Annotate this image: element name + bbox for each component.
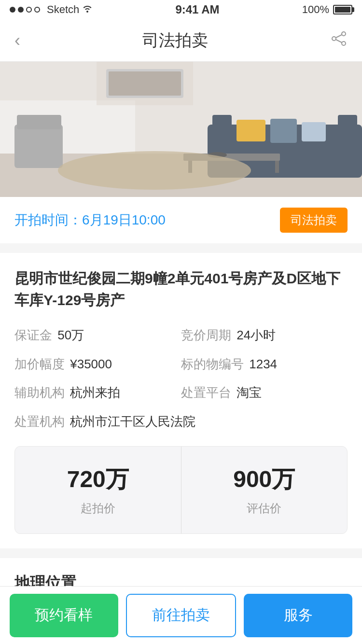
deposit-value: 50万 bbox=[57, 328, 84, 342]
deposit-label: 保证金 bbox=[14, 328, 52, 342]
property-info: 昆明市世纪俊园二期9幢2单元401号房产及D区地下车库Y-129号房产 保证金 … bbox=[0, 253, 362, 548]
auction-time-label: 开拍时间： bbox=[14, 212, 82, 227]
bottom-action-bar: 预约看样 前往拍卖 服务 bbox=[0, 586, 362, 644]
disposal-org-value: 杭州市江干区人民法院 bbox=[70, 414, 195, 429]
signal-dots bbox=[10, 7, 40, 13]
svg-point-20 bbox=[58, 151, 251, 190]
svg-rect-16 bbox=[275, 161, 279, 173]
back-button[interactable]: ‹ bbox=[14, 30, 20, 51]
platform-item: 处置平台 淘宝 bbox=[181, 383, 348, 403]
status-left: Sketch bbox=[10, 3, 93, 16]
bidding-cycle-value: 24小时 bbox=[237, 328, 276, 342]
start-price-label: 起拍价 bbox=[81, 502, 115, 515]
auction-tag: 司法拍卖 bbox=[280, 208, 348, 233]
estimate-price-amount: 900万 bbox=[191, 464, 338, 495]
svg-point-1 bbox=[342, 42, 346, 45]
svg-rect-23 bbox=[109, 71, 181, 96]
svg-rect-10 bbox=[338, 115, 357, 134]
item-no-value: 1234 bbox=[249, 357, 277, 371]
page-title: 司法拍卖 bbox=[142, 29, 208, 52]
svg-rect-12 bbox=[270, 119, 297, 143]
svg-rect-19 bbox=[17, 115, 61, 129]
estimate-price-label: 评估价 bbox=[247, 502, 281, 515]
status-right: 100% bbox=[302, 3, 352, 16]
battery-icon bbox=[333, 5, 352, 14]
nav-bar: ‹ 司法拍卖 bbox=[0, 19, 362, 62]
assist-org-item: 辅助机构 杭州来拍 bbox=[14, 383, 181, 403]
info-grid: 保证金 50万 竞价周期 24小时 加价幅度 ¥35000 标的物编号 1234… bbox=[14, 325, 348, 432]
bidding-cycle-label: 竞价周期 bbox=[181, 328, 231, 342]
platform-value: 淘宝 bbox=[237, 385, 262, 400]
status-time: 9:41 AM bbox=[175, 3, 219, 16]
bidding-cycle-item: 竞价周期 24小时 bbox=[181, 325, 348, 346]
dot2 bbox=[18, 7, 24, 13]
svg-point-0 bbox=[342, 32, 346, 36]
svg-rect-11 bbox=[237, 120, 265, 141]
svg-rect-18 bbox=[14, 125, 63, 168]
svg-rect-9 bbox=[212, 115, 232, 134]
share-button[interactable] bbox=[330, 30, 348, 51]
increment-label: 加价幅度 bbox=[14, 357, 65, 371]
battery-percent: 100% bbox=[302, 3, 329, 16]
auction-time-value: 6月19日10:00 bbox=[82, 212, 166, 227]
start-price-amount: 720万 bbox=[25, 464, 171, 495]
start-price-item: 720万 起拍价 bbox=[15, 447, 181, 533]
assist-org-value: 杭州来拍 bbox=[70, 385, 120, 400]
battery-fill bbox=[335, 7, 350, 13]
carrier-text: Sketch bbox=[47, 3, 79, 16]
dot3 bbox=[26, 7, 32, 13]
price-box: 720万 起拍价 900万 评估价 bbox=[14, 446, 348, 534]
increment-item: 加价幅度 ¥35000 bbox=[14, 354, 181, 375]
dot1 bbox=[10, 7, 15, 13]
status-bar: Sketch 9:41 AM 100% bbox=[0, 0, 362, 19]
svg-point-2 bbox=[332, 37, 336, 41]
svg-line-4 bbox=[336, 40, 342, 42]
disposal-org-label: 处置机构 bbox=[14, 414, 65, 429]
property-title: 昆明市世纪俊园二期9幢2单元401号房产及D区地下车库Y-129号房产 bbox=[14, 267, 348, 311]
item-no-label: 标的物编号 bbox=[181, 357, 244, 371]
dot4 bbox=[34, 7, 40, 13]
svg-rect-13 bbox=[302, 122, 326, 141]
appointment-button[interactable]: 预约看样 bbox=[10, 594, 118, 637]
wifi-icon bbox=[82, 5, 93, 15]
deposit-item: 保证金 50万 bbox=[14, 325, 181, 346]
room-background bbox=[0, 62, 362, 197]
estimate-price-item: 900万 评估价 bbox=[181, 447, 348, 533]
increment-value: ¥35000 bbox=[70, 357, 112, 371]
svg-line-3 bbox=[336, 35, 342, 38]
auction-time-text: 开拍时间：6月19日10:00 bbox=[14, 211, 166, 229]
item-no-item: 标的物编号 1234 bbox=[181, 354, 348, 375]
assist-org-label: 辅助机构 bbox=[14, 385, 65, 400]
platform-label: 处置平台 bbox=[181, 385, 231, 400]
auction-time-bar: 开拍时间：6月19日10:00 司法拍卖 bbox=[0, 197, 362, 243]
hero-image bbox=[0, 62, 362, 197]
go-auction-button[interactable]: 前往拍卖 bbox=[126, 594, 237, 637]
disposal-org-item: 处置机构 杭州市江干区人民法院 bbox=[14, 412, 348, 432]
service-button[interactable]: 服务 bbox=[244, 594, 352, 637]
